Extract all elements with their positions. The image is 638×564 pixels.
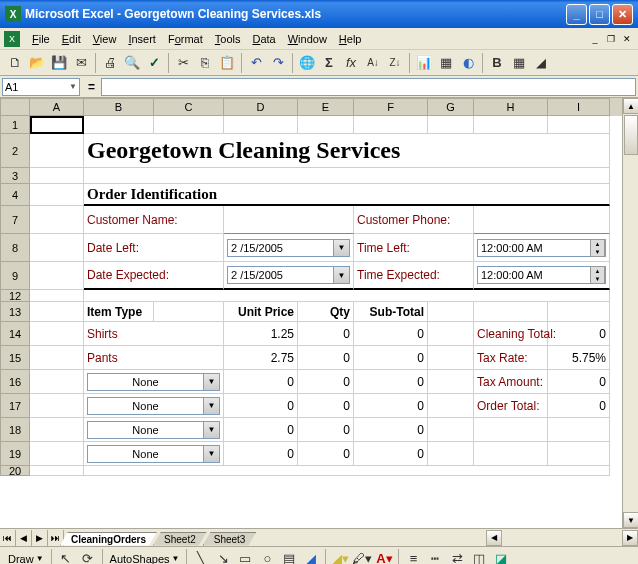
unit-price-cell[interactable]: 1.25 xyxy=(224,322,298,346)
copy-button[interactable]: ⎘ xyxy=(194,52,216,74)
cell[interactable]: 12:00:00 AM ▲▼ xyxy=(474,262,610,290)
rectangle-button[interactable]: ▭ xyxy=(234,548,256,565)
cell[interactable] xyxy=(428,370,474,394)
cell[interactable] xyxy=(30,290,84,302)
menu-help[interactable]: Help xyxy=(333,31,368,47)
time-left-picker[interactable]: 12:00:00 AM ▲▼ xyxy=(477,239,606,257)
scroll-down-icon[interactable]: ▼ xyxy=(623,512,638,528)
row-header[interactable]: 20 xyxy=(0,466,30,476)
dropdown-icon[interactable]: ▼ xyxy=(203,374,219,390)
dash-style-button[interactable]: ┅ xyxy=(424,548,446,565)
col-header-e[interactable]: E xyxy=(298,98,354,116)
open-button[interactable]: 📂 xyxy=(26,52,48,74)
row-header[interactable]: 9 xyxy=(0,262,30,290)
total-value-cell[interactable]: 0 xyxy=(548,394,610,418)
spin-down-icon[interactable]: ▼ xyxy=(591,275,604,283)
cell-section[interactable]: Order Identification xyxy=(84,184,610,206)
function-button[interactable]: fx xyxy=(340,52,362,74)
subtotal-cell[interactable]: 0 xyxy=(354,394,428,418)
cell[interactable] xyxy=(224,116,298,134)
cell-title[interactable]: Georgetown Cleaning Services xyxy=(84,134,610,168)
col-header-d[interactable]: D xyxy=(224,98,298,116)
cell[interactable]: None▼ xyxy=(84,370,224,394)
cell-a1[interactable] xyxy=(30,116,84,134)
mdi-close-button[interactable]: ✕ xyxy=(620,32,634,46)
cell[interactable] xyxy=(30,134,84,168)
time-expected-picker[interactable]: 12:00:00 AM ▲▼ xyxy=(477,266,606,284)
cell[interactable]: Date Expected: xyxy=(84,262,224,290)
line-color-button[interactable]: 🖊▾ xyxy=(351,548,373,565)
dropdown-icon[interactable]: ▼ xyxy=(203,422,219,438)
formula-input[interactable] xyxy=(101,78,636,96)
cell[interactable] xyxy=(84,116,154,134)
cell[interactable] xyxy=(548,302,610,322)
print-button[interactable]: 🖨 xyxy=(99,52,121,74)
cell[interactable]: 12:00:00 AM ▲▼ xyxy=(474,234,610,262)
fill-color-button[interactable]: ◢ xyxy=(530,52,552,74)
tab-nav-prev-icon[interactable]: ◀ xyxy=(16,530,32,546)
qty-cell[interactable]: 0 xyxy=(298,370,354,394)
mdi-restore-button[interactable]: ❐ xyxy=(604,32,618,46)
arrow-button[interactable]: ↘ xyxy=(212,548,234,565)
hscroll-left-icon[interactable]: ◀ xyxy=(486,530,502,546)
borders-button[interactable]: ▦ xyxy=(508,52,530,74)
qty-cell[interactable]: 0 xyxy=(298,346,354,370)
spinner[interactable]: ▲▼ xyxy=(590,266,605,284)
cell[interactable] xyxy=(30,302,84,322)
wordart-button[interactable]: ◢ xyxy=(300,548,322,565)
row-header[interactable]: 19 xyxy=(0,442,30,466)
qty-cell[interactable]: 0 xyxy=(298,394,354,418)
name-box[interactable]: A1 ▼ xyxy=(2,78,80,96)
line-button[interactable]: ╲ xyxy=(190,548,212,565)
row-header[interactable]: 15 xyxy=(0,346,30,370)
undo-button[interactable]: ↶ xyxy=(245,52,267,74)
mdi-minimize-button[interactable]: _ xyxy=(588,32,602,46)
bold-button[interactable]: B xyxy=(486,52,508,74)
cell[interactable]: Customer Phone: xyxy=(354,206,474,234)
row-header[interactable]: 18 xyxy=(0,418,30,442)
cell[interactable] xyxy=(84,168,610,184)
row-header[interactable]: 14 xyxy=(0,322,30,346)
menu-data[interactable]: Data xyxy=(246,31,281,47)
cell[interactable] xyxy=(30,206,84,234)
unit-price-cell[interactable]: 0 xyxy=(224,394,298,418)
cell[interactable] xyxy=(30,234,84,262)
cell[interactable] xyxy=(30,370,84,394)
row-header[interactable]: 13 xyxy=(0,302,30,322)
subtotal-cell[interactable]: 0 xyxy=(354,322,428,346)
cell[interactable] xyxy=(154,116,224,134)
spin-down-icon[interactable]: ▼ xyxy=(591,248,604,256)
col-header-a[interactable]: A xyxy=(30,98,84,116)
unit-price-cell[interactable]: 0 xyxy=(224,418,298,442)
cell[interactable] xyxy=(30,442,84,466)
cell[interactable] xyxy=(354,116,428,134)
sheet-tab-sheet2[interactable]: Sheet2 xyxy=(153,532,207,546)
row-header[interactable]: 4 xyxy=(0,184,30,206)
sort-asc-button[interactable]: A↓ xyxy=(362,52,384,74)
chart-button[interactable]: 📊 xyxy=(413,52,435,74)
autosum-button[interactable]: Σ xyxy=(318,52,340,74)
rotate-button[interactable]: ⟳ xyxy=(77,548,99,565)
print-preview-button[interactable]: 🔍 xyxy=(121,52,143,74)
cell[interactable] xyxy=(428,394,474,418)
draw-menu[interactable]: Draw ▼ xyxy=(4,551,48,565)
dropdown-icon[interactable]: ▼ xyxy=(333,267,349,283)
qty-cell[interactable]: 0 xyxy=(298,418,354,442)
drawing-button[interactable]: ◐ xyxy=(457,52,479,74)
menu-window[interactable]: Window xyxy=(282,31,333,47)
item-name-cell[interactable]: Pants xyxy=(84,346,224,370)
item-name-cell[interactable]: Shirts xyxy=(84,322,224,346)
tab-nav-first-icon[interactable]: ⏮ xyxy=(0,530,16,546)
new-button[interactable]: 🗋 xyxy=(4,52,26,74)
cell[interactable] xyxy=(30,346,84,370)
total-value-cell[interactable]: 0 xyxy=(548,322,610,346)
cell[interactable]: None▼ xyxy=(84,442,224,466)
cell[interactable]: None▼ xyxy=(84,394,224,418)
cell[interactable] xyxy=(298,116,354,134)
cell[interactable] xyxy=(428,442,474,466)
menu-tools[interactable]: Tools xyxy=(209,31,247,47)
maximize-button[interactable]: □ xyxy=(589,4,610,25)
menu-format[interactable]: Format xyxy=(162,31,209,47)
subtotal-cell[interactable]: 0 xyxy=(354,418,428,442)
cell[interactable] xyxy=(154,302,224,322)
